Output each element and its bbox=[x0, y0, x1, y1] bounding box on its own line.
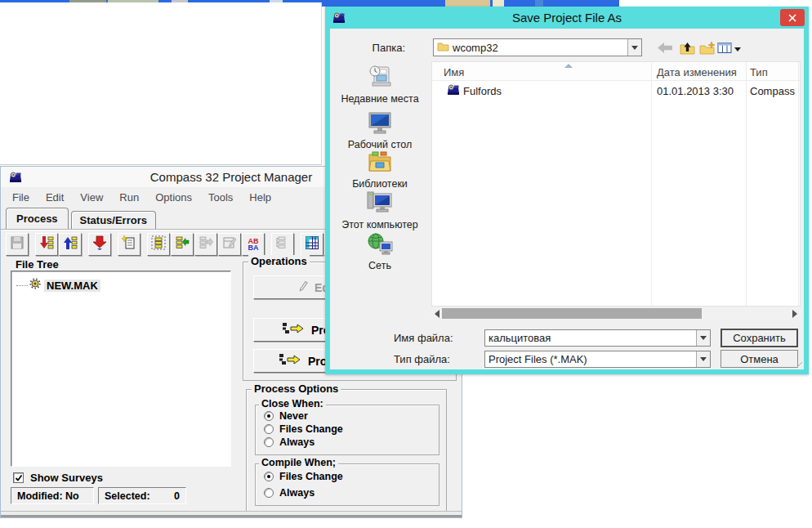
file-type-value[interactable]: Project Files (*.MAK) bbox=[485, 353, 696, 365]
save-button[interactable]: Сохранить bbox=[721, 329, 798, 347]
move-up-button[interactable] bbox=[59, 233, 82, 256]
dialog-body: Папка: wcomp32 Недавние места Рабочий ст… bbox=[330, 29, 804, 369]
radio-compile-files-change[interactable]: Files Change bbox=[264, 471, 343, 482]
file-list[interactable]: Имя Дата изменения Тип Fulfords 01.01.20… bbox=[431, 61, 801, 307]
scrollbar-thumb[interactable] bbox=[442, 308, 702, 319]
compass-file-icon bbox=[447, 84, 460, 98]
tab-process[interactable]: Process bbox=[6, 208, 69, 229]
back-button[interactable] bbox=[655, 40, 675, 58]
sort-ascending-icon bbox=[564, 64, 573, 68]
background-window[interactable] bbox=[0, 2, 322, 165]
up-one-level-button[interactable] bbox=[677, 40, 697, 58]
tab-status-errors[interactable]: Status/Errors bbox=[71, 211, 156, 229]
recent-places-icon bbox=[366, 63, 394, 92]
save-icon bbox=[11, 236, 24, 253]
menu-view[interactable]: View bbox=[72, 190, 111, 205]
up-one-level-icon bbox=[680, 42, 695, 57]
folder-value: wcomp32 bbox=[449, 42, 627, 54]
file-tree-title: File Tree bbox=[16, 258, 59, 271]
radio-compile-always[interactable]: Always bbox=[264, 487, 315, 499]
move-item-icon bbox=[199, 235, 213, 253]
file-tree[interactable]: NEW.MAK bbox=[11, 271, 231, 467]
column-date-modified[interactable]: Дата изменения bbox=[657, 66, 737, 78]
file-tree-item[interactable]: NEW.MAK bbox=[11, 271, 230, 293]
process-button[interactable] bbox=[88, 233, 111, 256]
cancel-button[interactable]: Отмена bbox=[721, 350, 798, 368]
select-items-button[interactable] bbox=[147, 233, 170, 256]
menu-file[interactable]: File bbox=[4, 190, 38, 205]
compile-when-title: Compile When; bbox=[259, 457, 338, 468]
move-item-button[interactable] bbox=[194, 233, 217, 256]
tab-strip: Process Status/Errors bbox=[6, 207, 158, 229]
show-surveys-checkbox[interactable]: Show Surveys bbox=[13, 472, 103, 484]
edit-fields-button[interactable] bbox=[218, 233, 241, 256]
radio-icon bbox=[264, 437, 274, 447]
file-name-value[interactable]: кальцитовая bbox=[485, 332, 696, 344]
compile-when-group: Compile When; Files Change Always bbox=[255, 463, 439, 506]
wallpaper-fragment bbox=[535, 0, 543, 7]
sort-alpha-icon: ABBA bbox=[248, 238, 259, 251]
tree-button[interactable] bbox=[271, 233, 294, 256]
column-type[interactable]: Тип bbox=[750, 66, 768, 78]
new-file-button[interactable] bbox=[118, 233, 141, 256]
file-date: 01.01.2013 3:30 bbox=[657, 85, 734, 97]
menu-help[interactable]: Help bbox=[241, 190, 279, 205]
libraries-icon bbox=[366, 150, 394, 177]
horizontal-scrollbar[interactable] bbox=[431, 307, 801, 320]
wallpaper-fragment bbox=[445, 0, 490, 7]
new-folder-button[interactable] bbox=[698, 40, 717, 58]
chevron-down-icon bbox=[734, 47, 741, 51]
file-list-header: Имя Дата изменения Тип bbox=[432, 62, 800, 81]
process-tree-arrow-icon bbox=[282, 322, 305, 338]
process-arrow-icon bbox=[92, 235, 107, 253]
file-type-dropdown-button[interactable] bbox=[696, 351, 710, 367]
radio-close-always[interactable]: Always bbox=[264, 436, 315, 448]
tree-connector bbox=[16, 285, 28, 286]
file-name-combobox[interactable]: кальцитовая bbox=[484, 329, 711, 347]
radio-icon bbox=[264, 424, 274, 434]
file-row-fulfords[interactable]: Fulfords 01.01.2013 3:30 Compass bbox=[432, 82, 800, 100]
scroll-right-icon[interactable] bbox=[792, 310, 797, 318]
status-selected: Selected: 0 bbox=[98, 487, 186, 504]
sidebar-item-this-pc[interactable]: Этот компьютер bbox=[330, 189, 430, 230]
new-file-icon bbox=[122, 235, 136, 253]
move-down-button[interactable] bbox=[35, 233, 58, 256]
radio-icon bbox=[264, 411, 274, 421]
sidebar-item-desktop[interactable]: Рабочий стол bbox=[330, 110, 430, 150]
close-icon bbox=[788, 11, 796, 25]
column-name[interactable]: Имя bbox=[444, 66, 464, 78]
view-menu-button[interactable] bbox=[716, 40, 742, 58]
folder-icon bbox=[437, 42, 449, 54]
menu-edit[interactable]: Edit bbox=[38, 190, 72, 205]
new-folder-icon bbox=[699, 42, 716, 57]
menu-options[interactable]: Options bbox=[147, 190, 200, 205]
sort-alpha-button[interactable]: ABBA bbox=[242, 233, 265, 256]
select-items-icon bbox=[151, 235, 166, 253]
menu-tools[interactable]: Tools bbox=[200, 190, 241, 205]
view-menu-icon bbox=[717, 42, 732, 56]
insert-item-button[interactable] bbox=[171, 233, 194, 256]
file-name-label: Имя файла: bbox=[394, 332, 475, 344]
desktop-icon bbox=[366, 110, 394, 137]
scroll-left-icon[interactable] bbox=[435, 310, 439, 318]
menu-run[interactable]: Run bbox=[111, 190, 147, 205]
folder-dropdown-button[interactable] bbox=[627, 39, 641, 56]
file-name-dropdown-button[interactable] bbox=[696, 330, 710, 346]
folder-label: Папка: bbox=[359, 42, 405, 54]
sidebar-item-recent-places[interactable]: Недавние места bbox=[330, 63, 430, 105]
back-icon bbox=[657, 42, 673, 56]
sidebar-item-libraries[interactable]: Библиотеки bbox=[330, 150, 430, 190]
radio-close-files-change[interactable]: Files Change bbox=[264, 423, 343, 435]
folder-combobox[interactable]: wcomp32 bbox=[433, 38, 642, 56]
save-button[interactable] bbox=[6, 233, 29, 256]
process-options-title: Process Options bbox=[252, 383, 341, 395]
radio-close-never[interactable]: Never bbox=[264, 410, 308, 422]
status-modified: Modified: No bbox=[11, 487, 94, 504]
radio-icon bbox=[264, 472, 274, 481]
file-type-combobox[interactable]: Project Files (*.MAK) bbox=[484, 351, 711, 368]
move-down-icon bbox=[39, 235, 54, 253]
view-data-button[interactable] bbox=[301, 233, 323, 256]
close-button[interactable] bbox=[780, 9, 805, 26]
wallpaper-fragment bbox=[493, 0, 504, 7]
sidebar-item-network[interactable]: Сеть bbox=[330, 231, 430, 271]
